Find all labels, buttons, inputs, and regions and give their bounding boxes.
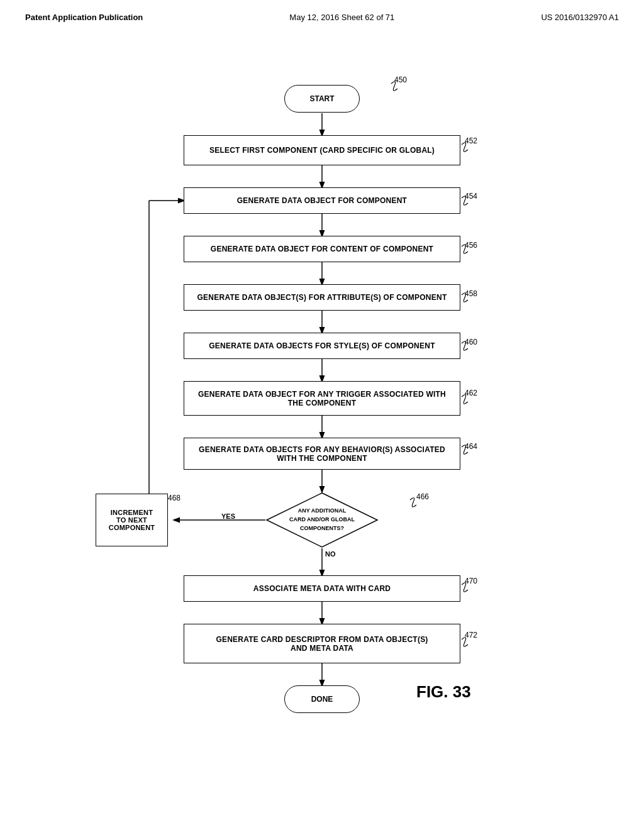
ref-460: 460 — [465, 338, 477, 346]
box-462: GENERATE DATA OBJECT FOR ANY TRIGGER ASS… — [184, 381, 460, 416]
start-label: START — [309, 94, 334, 103]
ref-458: 458 — [465, 289, 477, 298]
box-472-label: GENERATE CARD DESCRIPTOR FROM DATA OBJEC… — [216, 635, 428, 653]
done-label: DONE — [311, 695, 333, 704]
box-464: GENERATE DATA OBJECTS FOR ANY BEHAVIOR(S… — [184, 438, 460, 470]
box-456: GENERATE DATA OBJECT FOR CONTENT OF COMP… — [184, 236, 460, 262]
box-454-label: GENERATE DATA OBJECT FOR COMPONENT — [237, 196, 407, 205]
yes-label: YES — [221, 512, 235, 520]
figure-label: FIG. 33 — [416, 682, 471, 702]
page-header: Patent Application Publication May 12, 2… — [25, 13, 619, 22]
ref-464: 464 — [465, 442, 477, 451]
ref-454: 454 — [465, 192, 477, 201]
diamond-466: ANY ADDITIONAL CARD AND/OR GLOBAL COMPON… — [265, 492, 379, 548]
svg-text:ANY ADDITIONAL: ANY ADDITIONAL — [298, 507, 347, 514]
box-456-label: GENERATE DATA OBJECT FOR CONTENT OF COMP… — [211, 245, 433, 253]
box-458: GENERATE DATA OBJECT(S) FOR ATTRIBUTE(S)… — [184, 284, 460, 311]
box-460-label: GENERATE DATA OBJECTS FOR STYLE(S) OF CO… — [209, 341, 435, 350]
box-470: ASSOCIATE META DATA WITH CARD — [184, 575, 460, 602]
ref-468: 468 — [168, 494, 180, 502]
box-470-label: ASSOCIATE META DATA WITH CARD — [253, 584, 391, 593]
ref-470: 470 — [465, 577, 477, 585]
box-458-label: GENERATE DATA OBJECT(S) FOR ATTRIBUTE(S)… — [197, 293, 447, 302]
header-left: Patent Application Publication — [25, 13, 143, 22]
box-452: SELECT FIRST COMPONENT (CARD SPECIFIC OR… — [184, 135, 460, 165]
page: Patent Application Publication May 12, 2… — [0, 0, 644, 830]
ref-452: 452 — [465, 136, 477, 145]
ref-450: 450 — [394, 75, 407, 84]
increment-box: INCREMENT TO NEXT COMPONENT — [96, 494, 168, 546]
box-464-label: GENERATE DATA OBJECTS FOR ANY BEHAVIOR(S… — [192, 445, 452, 463]
box-462-label: GENERATE DATA OBJECT FOR ANY TRIGGER ASS… — [192, 390, 452, 407]
header-right: US 2016/0132970 A1 — [541, 13, 619, 22]
no-label: NO — [325, 550, 336, 558]
ref-462: 462 — [465, 389, 477, 397]
ref-466: 466 — [416, 492, 429, 501]
box-452-label: SELECT FIRST COMPONENT (CARD SPECIFIC OR… — [209, 146, 435, 155]
box-454: GENERATE DATA OBJECT FOR COMPONENT — [184, 187, 460, 214]
svg-text:CARD AND/OR GLOBAL: CARD AND/OR GLOBAL — [289, 516, 355, 523]
ref-472: 472 — [465, 631, 477, 639]
header-center: May 12, 2016 Sheet 62 of 71 — [289, 13, 394, 22]
ref-456: 456 — [465, 241, 477, 250]
start-oval: START — [284, 85, 360, 113]
box-472: GENERATE CARD DESCRIPTOR FROM DATA OBJEC… — [184, 624, 460, 663]
done-oval: DONE — [284, 685, 360, 713]
svg-text:COMPONENTS?: COMPONENTS? — [300, 525, 344, 531]
box-460: GENERATE DATA OBJECTS FOR STYLE(S) OF CO… — [184, 333, 460, 359]
flowchart-diagram: 450 START 452 SELECT FIRST COMPONENT (CA… — [39, 41, 605, 783]
increment-label: INCREMENT TO NEXT COMPONENT — [109, 509, 155, 531]
